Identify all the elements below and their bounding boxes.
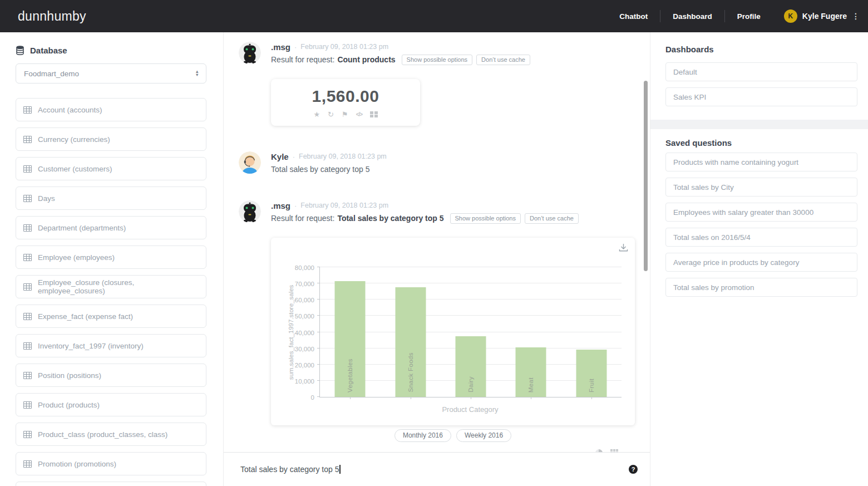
option-button[interactable]: Don’t use cache <box>476 55 530 65</box>
table-grid-icon <box>23 342 32 350</box>
nav-link-dashboard[interactable]: Dashboard <box>669 9 716 24</box>
saved-questions-heading: Saved questions <box>665 138 857 148</box>
help-icon[interactable]: ? <box>629 465 638 474</box>
chart-plot: 010,00020,00030,00040,00050,00060,00070,… <box>319 267 622 397</box>
x-tick-mark <box>591 397 592 399</box>
table-item[interactable]: Product (products) <box>16 393 206 416</box>
table-item-label: Expense_fact (expense fact) <box>38 312 133 321</box>
user-menu[interactable]: K Kyle Fugere ⋮ <box>784 9 860 23</box>
table-grid-icon <box>23 372 32 379</box>
nav-link-chatbot[interactable]: Chatbot <box>616 9 651 24</box>
chart-period-button[interactable]: Monthly 2016 <box>394 429 451 442</box>
message-author: .msg <box>271 42 290 52</box>
database-icon <box>16 46 24 55</box>
result-prefix: Result for request: <box>271 214 334 223</box>
option-button[interactable]: Show possible options <box>402 55 472 65</box>
text-cursor <box>339 465 341 474</box>
card-action-icons: ★↻⚑</> <box>313 111 377 118</box>
option-button[interactable]: Show possible options <box>450 213 521 224</box>
table-grid-icon <box>23 165 32 173</box>
database-panel-title: Database <box>30 46 67 55</box>
message-author: Kyle <box>271 152 289 161</box>
x-tick-mark <box>471 397 471 399</box>
chat-input[interactable]: Total sales by category top 5 <box>240 465 629 474</box>
dashboards-heading: Dashboards <box>665 45 857 55</box>
refresh-icon[interactable]: ↻ <box>328 111 334 118</box>
dunnhumby-logo: dunnhumby <box>18 9 86 24</box>
x-tick-mark <box>531 397 531 399</box>
kebab-menu-icon[interactable]: ⋮ <box>852 12 860 21</box>
option-button[interactable]: Don’t use cache <box>525 213 579 224</box>
bar-category-label: Vegetables <box>347 359 353 392</box>
message-text: Result for request: Count products Show … <box>271 54 530 65</box>
chat-panel: .msg · February 09, 2018 01:23 pm Result… <box>224 32 650 486</box>
nav-links: Chatbot Dashboard Profile K Kyle Fugere … <box>616 9 860 24</box>
result-value: 1,560.00 <box>312 87 379 106</box>
chat-input-bar: Total sales by category top 5 ? <box>224 452 650 486</box>
table-grid-icon <box>23 106 32 114</box>
table-item-label: Employee_closure (closures, employee_clo… <box>38 278 199 295</box>
chat-message-user: Kyle · February 09, 2018 01:23 pm Total … <box>239 151 650 175</box>
option-buttons: Show possible optionsDon’t use cache <box>446 213 579 224</box>
table-item-partial[interactable] <box>16 482 206 486</box>
table-item[interactable]: Product_class (product_classes, class) <box>16 423 206 446</box>
saved-question-item[interactable]: Total sales on 2016/5/4 <box>665 228 857 247</box>
table-item[interactable]: Customer (customers) <box>16 157 206 180</box>
saved-question-item[interactable]: Employees with salary greater than 30000 <box>665 203 857 222</box>
table-item[interactable]: Employee (employees) <box>16 246 206 269</box>
download-icon[interactable] <box>619 243 628 254</box>
chart-period-button[interactable]: Weekly 2016 <box>456 429 511 442</box>
message-text: Result for request: Total sales by categ… <box>271 213 635 224</box>
chat-scrollbar[interactable] <box>644 81 648 271</box>
table-item[interactable]: Days <box>16 186 206 210</box>
table-list: Account (accounts)Currency (currencies)C… <box>16 98 206 486</box>
bar-slot: Meat <box>501 267 561 397</box>
y-tick-label: 20,000 <box>281 362 314 369</box>
table-item[interactable]: Inventory_fact_1997 (inventory) <box>16 334 206 357</box>
nav-link-profile[interactable]: Profile <box>734 9 764 24</box>
star-icon[interactable]: ★ <box>313 111 320 118</box>
table-item[interactable]: Promotion (promotions) <box>16 452 206 475</box>
saved-question-item[interactable]: Total sales by City <box>665 178 857 197</box>
table-grid-icon <box>23 313 32 320</box>
chart-actions-row: ★↻⚑</> <box>271 446 635 452</box>
database-header: Database <box>16 45 206 56</box>
table-grid-icon <box>23 283 32 291</box>
select-arrows-icon: ▲▼ <box>195 70 199 77</box>
table-item[interactable]: Expense_fact (expense fact) <box>16 305 206 328</box>
y-tick-label: 40,000 <box>281 330 314 336</box>
dashboard-item[interactable]: Sales KPI <box>665 87 857 106</box>
grid-icon[interactable] <box>370 111 378 118</box>
saved-question-item[interactable]: Total sales by promotion <box>665 278 857 297</box>
bar-slot: Snack Foods <box>380 267 440 397</box>
table-item-label: Product (products) <box>38 401 100 409</box>
database-select[interactable]: Foodmart_demo ▲▼ <box>16 63 206 84</box>
y-tick-label: 30,000 <box>281 346 314 352</box>
dashboard-list: DefaultSales KPI <box>665 62 857 106</box>
bar-category-label: Meat <box>527 377 534 392</box>
table-item[interactable]: Account (accounts) <box>16 98 206 121</box>
code-icon[interactable]: </> <box>356 111 362 118</box>
table-item-label: Department (departments) <box>38 224 126 232</box>
table-item-label: Position (positions) <box>38 371 101 380</box>
request-name: Total sales by category top 5 <box>337 214 443 223</box>
table-item[interactable]: Employee_closure (closures, employee_clo… <box>16 275 206 298</box>
table-item[interactable]: Currency (currencies) <box>16 127 206 151</box>
flag-icon[interactable]: ⚑ <box>342 111 348 118</box>
x-tick-mark <box>350 397 351 399</box>
bar-slot: Dairy <box>441 267 501 397</box>
y-tick-label: 50,000 <box>281 313 314 320</box>
bar-slot: Fruit <box>561 267 622 397</box>
table-item[interactable]: Position (positions) <box>16 364 206 387</box>
table-grid-icon <box>23 195 32 202</box>
saved-question-item[interactable]: Products with name containing yogurt <box>665 153 857 171</box>
bar-slot: Vegetables <box>320 267 380 397</box>
table-item-label: Employee (employees) <box>38 253 115 262</box>
nav-divider <box>660 10 660 22</box>
saved-question-item[interactable]: Average price in products by category <box>665 253 857 272</box>
chat-message-bot-2: .msg · February 09, 2018 01:23 pm Result… <box>239 200 650 452</box>
table-item[interactable]: Department (departments) <box>16 216 206 239</box>
dashboard-item[interactable]: Default <box>665 62 857 81</box>
y-tick-label: 0 <box>281 394 314 401</box>
table-item-label: Promotion (promotions) <box>38 460 116 468</box>
